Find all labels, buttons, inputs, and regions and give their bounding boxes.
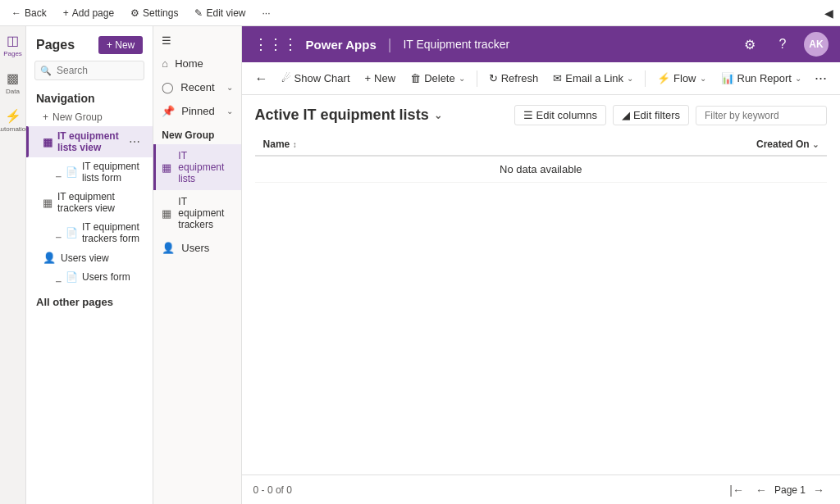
record-count: 0 - 0 of 0 [253, 484, 292, 496]
powerapps-right-actions: ⚙ ? AK [738, 32, 829, 57]
form-icon: ⎯ [56, 167, 62, 177]
nav-sub-it-equipment-trackers-form[interactable]: ⎯ 📄 IT equipment trackers form [26, 218, 153, 247]
form-icon2: ⎯ [56, 228, 62, 238]
back-button[interactable]: ← Back [7, 6, 52, 20]
edit-view-button[interactable]: ✎ Edit view [189, 6, 250, 20]
gear-button[interactable]: ⚙ [738, 33, 761, 56]
search-icon: 🔍 [40, 66, 52, 76]
show-chart-button[interactable]: ☄ Show Chart [275, 69, 357, 88]
page-label: Page 1 [774, 484, 806, 496]
recent-icon: ◯ [162, 81, 174, 93]
item-more-button[interactable]: ⋯ [126, 134, 143, 149]
add-page-button[interactable]: + Add page [58, 6, 119, 20]
mid-nav-it-equipment-lists[interactable]: ▦ IT equipment lists [153, 144, 240, 190]
hamburger-icon[interactable]: ☰ [153, 30, 240, 52]
filter-keyword-input[interactable] [696, 106, 827, 125]
no-data-message: No data available [255, 156, 827, 183]
run-report-button[interactable]: 📊 Run Report ⌄ [714, 69, 808, 88]
right-panel: ⋮⋮⋮ Power Apps | IT Equipment tracker ⚙ … [242, 26, 840, 504]
report-chevron: ⌄ [795, 74, 801, 83]
mid-nav-panel: ☰ ⌂ Home ◯ Recent ⌄ 📌 Pinned ⌄ New Group… [153, 26, 241, 504]
cmd-separator-1 [477, 70, 477, 87]
title-chevron-icon[interactable]: ⌄ [434, 110, 442, 121]
settings-button[interactable]: ⚙ Settings [126, 6, 183, 20]
created-on-column-header[interactable]: Created On ⌄ [477, 134, 827, 156]
pages-label: Pages [3, 50, 22, 57]
flow-label: Flow [673, 72, 696, 84]
flow-button[interactable]: ⚡ Flow ⌄ [651, 69, 712, 88]
more-label: ··· [262, 7, 270, 19]
columns-icon: ☰ [523, 109, 533, 121]
edit-columns-label: Edit columns [536, 109, 597, 121]
nav-item-it-equipment-trackers-view[interactable]: ▦ IT equipment trackers view [26, 187, 153, 218]
sub-item-label: IT equipment lists form [82, 161, 153, 184]
edit-icon: ✎ [194, 7, 203, 19]
sub-item-label3: Users form [82, 271, 130, 283]
name-column-header[interactable]: Name ↕ [255, 134, 477, 156]
nav-sub-users-form[interactable]: ⎯ 📄 Users form [26, 268, 153, 286]
mid-nav-recent[interactable]: ◯ Recent ⌄ [153, 75, 240, 99]
avatar-button[interactable]: AK [804, 32, 829, 57]
users-mid-icon: 👤 [162, 242, 175, 254]
file-icon3: 📄 [66, 271, 78, 283]
help-button[interactable]: ? [771, 33, 794, 56]
users-mid-label: Users [181, 242, 209, 254]
nav-item-label: IT equipment lists view [57, 130, 121, 153]
trackers-icon: ▦ [162, 207, 171, 220]
sidebar-icon-data[interactable]: ▩ Data [6, 70, 20, 95]
content-actions: ☰ Edit columns ◢ Edit filters [514, 105, 828, 125]
view-title-text: Active IT equipment lists [255, 107, 429, 124]
back-nav-button[interactable]: ← [250, 68, 273, 89]
powerapps-label: Power Apps [306, 38, 377, 52]
waffle-icon[interactable]: ⋮⋮⋮ [253, 35, 298, 53]
run-report-label: Run Report [737, 72, 792, 84]
list-view-icon: ▦ [43, 136, 52, 148]
nav-sub-it-equipment-lists-form[interactable]: ⎯ 📄 IT equipment lists form [26, 157, 153, 187]
cursor-indicator: ◀ [824, 7, 833, 20]
mid-nav-it-equipment-trackers[interactable]: ▦ IT equipment trackers [153, 190, 240, 236]
mid-nav-users[interactable]: 👤 Users [153, 236, 240, 260]
new-group-icon: + [43, 111, 48, 123]
sidebar-icon-pages[interactable]: ◫ Pages [3, 33, 22, 57]
new-group-button[interactable]: + New Group [26, 108, 153, 126]
recent-label: Recent [180, 81, 214, 93]
new-page-button[interactable]: + New [98, 36, 143, 54]
automation-label: Automation [0, 125, 30, 133]
navigation-section-title: Navigation [26, 87, 153, 108]
more-commands-button[interactable]: ··· [810, 66, 832, 90]
home-label: Home [175, 57, 203, 70]
search-box: 🔍 [34, 61, 144, 80]
first-page-button[interactable]: |← [725, 482, 748, 498]
view-title: Active IT equipment lists ⌄ [255, 107, 442, 124]
refresh-button[interactable]: ↻ Refresh [482, 69, 546, 88]
report-icon: 📊 [721, 72, 734, 84]
delete-icon: 🗑 [410, 72, 421, 84]
edit-filters-button[interactable]: ◢ Edit filters [613, 105, 689, 125]
nav-item-users-view[interactable]: 👤 Users view [26, 247, 153, 268]
chart-icon: ☄ [281, 72, 291, 84]
pinned-label: Pinned [181, 105, 214, 117]
top-bar: ← Back + Add page ⚙ Settings ✎ Edit view… [0, 0, 840, 26]
pages-icon: ◫ [7, 33, 19, 48]
home-icon: ⌂ [162, 57, 168, 70]
back-label: Back [25, 7, 47, 19]
flow-chevron: ⌄ [700, 74, 706, 83]
more-options-button[interactable]: ··· [257, 6, 275, 20]
nav-item-it-equipment-lists-view[interactable]: ▦ IT equipment lists view ⋯ [26, 126, 153, 157]
sidebar-icon-automation[interactable]: ⚡ Automation [0, 108, 30, 133]
edit-columns-button[interactable]: ☰ Edit columns [514, 105, 606, 125]
new-record-button[interactable]: + New [358, 69, 403, 88]
delete-button[interactable]: 🗑 Delete ⌄ [404, 69, 472, 88]
email-link-button[interactable]: ✉ Email a Link ⌄ [546, 69, 640, 88]
prev-page-button[interactable]: ← [751, 482, 771, 498]
footer: 0 - 0 of 0 |← ← Page 1 → [242, 474, 840, 504]
next-page-button[interactable]: → [809, 482, 829, 498]
data-icon: ▩ [7, 70, 19, 86]
flow-icon: ⚡ [657, 72, 670, 84]
powerapps-bar: ⋮⋮⋮ Power Apps | IT Equipment tracker ⚙ … [242, 26, 840, 62]
mid-nav-home[interactable]: ⌂ Home [153, 52, 240, 75]
cmd-separator-2 [645, 70, 646, 87]
mid-nav-pinned[interactable]: 📌 Pinned ⌄ [153, 99, 240, 123]
pages-header: Pages + New [26, 26, 153, 61]
data-label: Data [6, 88, 20, 95]
